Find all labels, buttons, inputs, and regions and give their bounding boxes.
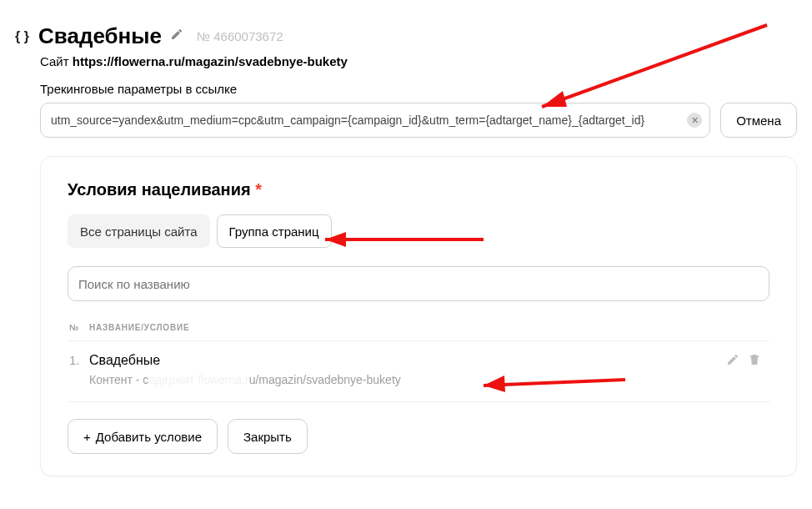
site-line: Сайт https://flowerna.ru/magazin/svadebn… [0,49,812,68]
tracking-label: Трекинговые параметры в ссылке [0,68,812,103]
plus-icon: + [83,430,91,444]
code-icon: { } [15,29,30,44]
tab-all-pages[interactable]: Все страницы сайта [68,214,210,248]
edit-row-icon[interactable] [726,353,739,370]
clear-icon[interactable]: ✕ [687,113,702,128]
cancel-button[interactable]: Отмена [720,103,797,138]
edit-icon[interactable] [170,28,183,45]
row-title: Свадебные [89,353,721,368]
table-row: 1. Свадебные Контент - содержит flowerna… [68,341,769,402]
tab-page-group[interactable]: Группа страниц [217,214,332,248]
page-title: Свадебные [38,23,162,49]
row-number: 1. [69,353,84,367]
search-input[interactable] [68,266,769,301]
tracking-input[interactable] [40,103,710,138]
add-condition-button[interactable]: + Добавить условие [68,419,218,454]
close-button[interactable]: Закрыть [228,419,308,454]
targeting-title: Условия нацеливания * [68,180,769,199]
delete-row-icon[interactable] [748,353,761,370]
row-condition: Контент - содержит flowerna.ru/magazin/s… [89,373,721,386]
table-head: № НАЗВАНИЕ/УСЛОВИЕ [68,301,769,341]
campaign-id: № 4660073672 [197,29,283,43]
